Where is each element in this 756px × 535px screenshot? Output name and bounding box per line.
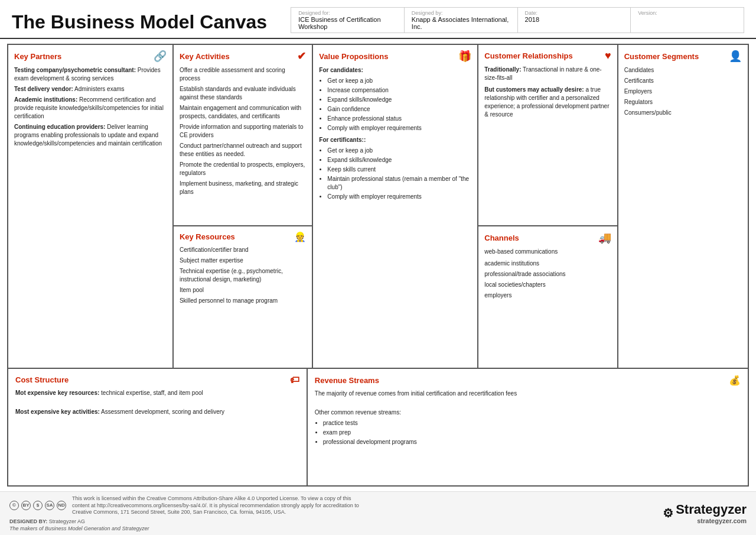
business-model-canvas: Key Partners 🔗 Testing company/psychomet… bbox=[7, 44, 749, 487]
key-partners-icon: 🔗 bbox=[154, 50, 167, 63]
date-block: Date: 2018 bbox=[518, 8, 631, 33]
designed-for-label: Designed for: bbox=[298, 10, 397, 16]
value-propositions-title: Value Propositions 🎁 bbox=[319, 50, 471, 63]
designed-by-block: Designed by: Knapp & Associates Internat… bbox=[405, 8, 518, 33]
cost-structure-content: Mot expensive key resources: technical e… bbox=[15, 389, 299, 416]
test-delivery-label: Test delivery vendor: bbox=[14, 86, 73, 92]
ce-providers-label: Continuing education providers: bbox=[14, 124, 105, 130]
value-propositions-cell: Value Propositions 🎁 For candidates: Get… bbox=[313, 45, 478, 368]
list-item: practice tests bbox=[323, 419, 741, 427]
crm-channels-column: Customer Relationships ♥ Traditionally: … bbox=[478, 45, 618, 368]
list-item: exam prep bbox=[323, 429, 741, 437]
logo-icon: ⚙ bbox=[663, 506, 673, 520]
footer-left: © BY $ SA ND This work is licensed withi… bbox=[9, 495, 367, 531]
other-revenue-list: practice tests exam prep professional de… bbox=[323, 419, 741, 446]
key-partners-content: Testing company/psychometric consultant:… bbox=[14, 66, 167, 148]
list-item: Expand skills/knowledge bbox=[327, 156, 471, 164]
certificants-list: Get or keep a job Expand skills/knowledg… bbox=[327, 147, 471, 201]
revenue-main-text: The majority of revenue comes from initi… bbox=[315, 390, 741, 398]
cc-nd-icon: ND bbox=[57, 501, 66, 510]
version-label: Version: bbox=[638, 10, 737, 16]
key-activities-cell: Key Activities ✔ Offer a credible assess… bbox=[174, 45, 312, 226]
customer-segments-cell: Customer Segments 👤 Candidates Certifica… bbox=[618, 45, 748, 368]
list-item: Gain confidence bbox=[327, 105, 471, 114]
cost-structure-cell: Cost Structure 🏷 Mot expensive key resou… bbox=[8, 369, 308, 485]
customer-relationships-title: Customer Relationships ♥ bbox=[484, 50, 611, 62]
list-item: Enhance professional status bbox=[327, 115, 471, 123]
cc-nc-icon: $ bbox=[33, 501, 43, 510]
traditionally-label: Traditionally: bbox=[484, 66, 521, 73]
expensive-resources-label: Mot expensive key resources: bbox=[15, 390, 99, 396]
key-resources-icon: 👷 bbox=[294, 231, 306, 242]
logo-text-block: Strategyzer strategyzer.com bbox=[676, 502, 747, 524]
customer-segments-content: Candidates Certificants Employers Regula… bbox=[624, 66, 742, 117]
strategyzer-logo: ⚙ Strategyzer strategyzer.com bbox=[663, 502, 747, 524]
value-propositions-content: For candidates: Get or keep a job Increa… bbox=[319, 66, 471, 201]
cc-icon: © bbox=[9, 501, 19, 510]
customers-desire-label: But customers may actually desire: bbox=[484, 86, 584, 93]
date-value: 2018 bbox=[525, 16, 539, 23]
certificants-label: For certificants:: bbox=[319, 137, 366, 143]
header-meta: Designed for: ICE Business of Certificat… bbox=[291, 7, 744, 33]
list-item: Comply with employer requirements bbox=[327, 193, 471, 201]
designed-by-value: Strategyzer AG bbox=[49, 518, 85, 524]
customer-relationships-content: Traditionally: Transactional in nature &… bbox=[484, 66, 611, 119]
customer-segments-title: Customer Segments 👤 bbox=[624, 50, 742, 63]
cc-by-icon: BY bbox=[21, 501, 31, 510]
cc-sa-icon: SA bbox=[45, 501, 54, 510]
canvas-bottom-row: Cost Structure 🏷 Mot expensive key resou… bbox=[8, 369, 748, 485]
list-item: Increase compensation bbox=[327, 86, 471, 95]
revenue-streams-icon: 💰 bbox=[729, 375, 741, 386]
list-item: Expand skills/knowledge bbox=[327, 96, 471, 104]
customer-segments-icon: 👤 bbox=[729, 50, 742, 63]
channels-icon: 🚚 bbox=[598, 231, 611, 244]
key-activities-title: Key Activities ✔ bbox=[180, 50, 306, 63]
list-item: Maintain professional status (remain a m… bbox=[327, 175, 471, 192]
cost-structure-icon: 🏷 bbox=[290, 375, 299, 385]
designed-by-label: DESIGNED BY: bbox=[9, 518, 47, 524]
page: The Business Model Canvas Designed for: … bbox=[0, 0, 756, 535]
key-resources-cell: Key Resources 👷 Certification/certifier … bbox=[174, 226, 312, 367]
key-activities-content: Offer a credible assessment and scoring … bbox=[180, 66, 306, 196]
footer: © BY $ SA ND This work is licensed withi… bbox=[0, 491, 756, 535]
academic-label: Academic institutions: bbox=[14, 96, 77, 103]
key-partners-title: Key Partners 🔗 bbox=[14, 50, 167, 63]
date-label: Date: bbox=[525, 10, 624, 16]
testing-company-label: Testing company/psychometric consultant: bbox=[14, 67, 136, 73]
header: The Business Model Canvas Designed for: … bbox=[0, 0, 756, 39]
canvas-main-row: Key Partners 🔗 Testing company/psychomet… bbox=[8, 45, 748, 369]
page-title: The Business Model Canvas bbox=[12, 11, 267, 33]
designed-by-value: Knapp & Associates International, Inc. bbox=[412, 16, 509, 30]
designed-by-footer: DESIGNED BY: Strategyzer AG bbox=[9, 518, 367, 524]
logo-name: Strategyzer bbox=[676, 502, 747, 517]
list-item: Get or keep a job bbox=[327, 147, 471, 155]
list-item: Comply with employer requirements bbox=[327, 124, 471, 132]
footer-license-icons: © BY $ SA ND This work is licensed withi… bbox=[9, 495, 367, 516]
key-resources-content: Certification/certifier brand Subject ma… bbox=[180, 246, 306, 305]
cost-structure-title: Cost Structure 🏷 bbox=[15, 375, 299, 385]
expensive-activities-label: Most expensive key activities: bbox=[15, 408, 100, 415]
logo-url: strategyzer.com bbox=[676, 517, 747, 524]
revenue-streams-cell: Revenue Streams 💰 The majority of revenu… bbox=[308, 369, 748, 485]
revenue-streams-content: The majority of revenue comes from initi… bbox=[315, 390, 741, 446]
license-text: This work is licensed within the Creativ… bbox=[72, 495, 367, 516]
list-item: Get or keep a job bbox=[327, 77, 471, 85]
designed-by-label: Designed by: bbox=[412, 10, 510, 16]
designed-for-block: Designed for: ICE Business of Certificat… bbox=[291, 8, 405, 33]
candidates-label: For candidates: bbox=[319, 67, 363, 73]
customer-relationships-cell: Customer Relationships ♥ Traditionally: … bbox=[478, 45, 617, 226]
channels-content: web-based communications academic instit… bbox=[484, 248, 611, 300]
key-activities-icon: ✔ bbox=[297, 50, 306, 63]
channels-title: Channels 🚚 bbox=[484, 231, 611, 244]
designed-for-value: ICE Business of Certification Workshop bbox=[298, 16, 380, 30]
list-item: professional development programs bbox=[323, 438, 741, 446]
revenue-streams-title: Revenue Streams 💰 bbox=[315, 375, 741, 386]
version-block: Version: bbox=[631, 8, 744, 33]
customer-relationships-icon: ♥ bbox=[605, 50, 611, 62]
tagline: The makers of Business Model Generation … bbox=[9, 526, 367, 531]
key-resources-title: Key Resources 👷 bbox=[180, 231, 306, 242]
list-item: Keep skills current bbox=[327, 166, 471, 174]
key-activities-column: Key Activities ✔ Offer a credible assess… bbox=[174, 45, 313, 368]
value-propositions-icon: 🎁 bbox=[458, 50, 471, 63]
candidates-list: Get or keep a job Increase compensation … bbox=[327, 77, 471, 132]
